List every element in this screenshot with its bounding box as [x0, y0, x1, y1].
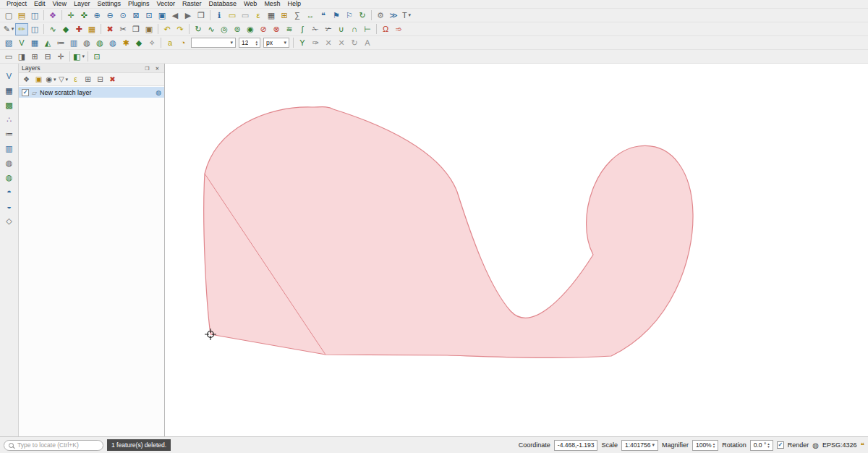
pan-to-selection-button[interactable]: ✜ [77, 9, 90, 22]
add-polygon-feature-button[interactable]: ◆ [59, 23, 72, 35]
add-raster-layer-button[interactable]: ▦ [2, 84, 17, 98]
add-point-cloud-layer-button[interactable]: ∴ [2, 113, 17, 127]
add-postgis-layer-button[interactable]: ▥ [67, 37, 80, 49]
show-bookmarks-button[interactable]: ⚐ [343, 9, 356, 22]
split-parts-button[interactable]: ✃ [322, 23, 335, 35]
add-delimited-text-layer-button[interactable]: ≔ [2, 127, 17, 141]
add-wfs-layer-button[interactable]: ◍ [106, 37, 119, 49]
layer-labeling-button[interactable]: a [163, 37, 176, 49]
add-raster-layer-button[interactable]: ▦ [28, 37, 41, 49]
add-mesh-layer-button[interactable]: ◭ [41, 37, 54, 49]
menu-raster[interactable]: Raster [179, 0, 205, 8]
toggle-editing-button[interactable]: ✏ [15, 23, 28, 35]
simplify-feature-button[interactable]: ∿ [205, 23, 218, 35]
add-postgis-layer-button[interactable]: ▥ [2, 142, 17, 156]
zoom-to-layer-button[interactable]: ▣ [156, 9, 169, 22]
add-delimited-text-layer-button[interactable]: ≔ [54, 37, 67, 49]
add-spatialite-layer-button[interactable]: ◍ [2, 156, 17, 170]
save-project-button[interactable]: ◫ [28, 9, 41, 22]
zoom-out-button[interactable]: ⊖ [103, 9, 116, 22]
filter-by-expression-button[interactable]: ε [69, 74, 82, 85]
redo-button[interactable]: ↷ [174, 23, 187, 35]
highlight-labels-button[interactable]: Y [296, 37, 309, 49]
magnifier-spin[interactable]: 100% ▴ ▾ [692, 440, 718, 451]
map-canvas[interactable] [165, 64, 868, 436]
add-vector-layer-button[interactable]: V [15, 37, 28, 49]
scratch-layer-feature[interactable] [204, 107, 693, 358]
add-part-button[interactable]: ⊚ [231, 23, 244, 35]
menu-web[interactable]: Web [240, 0, 260, 8]
close-panel-button[interactable]: ✕ [153, 64, 161, 72]
fill-ring-button[interactable]: ◉ [244, 23, 257, 35]
add-mesh-layer-button[interactable]: ▩ [2, 98, 17, 112]
collapse-all-button[interactable]: ⊟ [94, 74, 106, 85]
rotate-label-button[interactable]: ↻ [348, 37, 361, 49]
zoom-to-selection-button[interactable]: ⊡ [142, 9, 156, 22]
modify-attributes-button[interactable]: ▦ [85, 23, 98, 35]
pan-map-button[interactable]: ✛ [64, 9, 77, 22]
paste-features-button[interactable]: ▣ [142, 23, 156, 35]
processing-toolbox-button[interactable]: ⚙ [374, 9, 387, 22]
menu-plugins[interactable]: Plugins [124, 0, 153, 8]
move-annotation-button[interactable]: ✛ [54, 51, 67, 63]
rotation-spin[interactable]: 0.0 ° ▴ ▾ [750, 440, 773, 451]
zoom-in-button[interactable]: ⊕ [90, 9, 103, 22]
save-layer-edits-button[interactable]: ◫ [28, 23, 41, 35]
measure-area-button[interactable]: ⊡ [90, 51, 103, 63]
digitize-with-segment-button[interactable]: ∿ [46, 23, 59, 35]
label-units-combo[interactable]: px▾ [263, 38, 289, 48]
scale-combo[interactable]: 1:401756 ▾ [621, 440, 658, 451]
label-size-spin[interactable]: 12▴▾ [239, 38, 260, 48]
add-wms-layer-button[interactable]: ◍ [93, 37, 106, 49]
menu-mesh[interactable]: Mesh [260, 0, 284, 8]
svg-annotation-button[interactable]: ⊟ [41, 51, 54, 63]
text-annotation-button[interactable]: ▭ [2, 51, 15, 63]
move-label-button[interactable]: ✕ [335, 37, 348, 49]
new-shapefile-layer-button[interactable]: ✱ [119, 37, 132, 49]
style-manager-button[interactable]: ❖ [46, 9, 59, 22]
manage-map-themes-button[interactable]: ◉▾ [45, 74, 57, 85]
open-layer-styling-panel-button[interactable]: ❖ [20, 74, 33, 85]
identify-features-button[interactable]: ℹ [213, 9, 226, 22]
label-font-combo[interactable]: ▾ [191, 38, 236, 48]
menu-vector[interactable]: Vector [153, 0, 179, 8]
add-spatialite-layer-button[interactable]: ◍ [80, 37, 93, 49]
add-wms-layer-button[interactable]: ◍ [2, 171, 17, 185]
delete-selected-button[interactable]: ✖ [103, 23, 116, 35]
zoom-native-button[interactable]: ⊙ [116, 9, 129, 22]
menu-layer[interactable]: Layer [70, 0, 94, 8]
add-group-button[interactable]: ▣ [33, 74, 45, 85]
vertex-tool-button[interactable]: ✚ [72, 23, 85, 35]
zoom-last-button[interactable]: ◀ [169, 9, 182, 22]
annotation-dropdown-button[interactable]: T▾ [400, 9, 413, 22]
merge-attributes-button[interactable]: ∩ [348, 23, 361, 35]
messages-icon[interactable]: ❝ [861, 441, 864, 449]
menu-view[interactable]: View [49, 0, 70, 8]
measure-line-button[interactable]: ↔ [304, 9, 317, 22]
python-console-button[interactable]: ≫ [387, 9, 400, 22]
new-scratch-layer-button[interactable]: ✧ [145, 37, 158, 49]
open-data-source-manager-button[interactable]: ▧ [2, 37, 15, 49]
layer-item[interactable]: ✓▱New scratch layer◍ [19, 87, 164, 98]
copy-features-button[interactable]: ❐ [129, 23, 142, 35]
offset-curve-button[interactable]: ≋ [283, 23, 296, 35]
add-ring-button[interactable]: ◎ [218, 23, 231, 35]
delete-part-button[interactable]: ⊗ [270, 23, 283, 35]
menu-database[interactable]: Database [205, 0, 241, 8]
locate-search-input[interactable]: Type to locate (Ctrl+K) [4, 440, 103, 451]
current-edits-button[interactable]: ✎▾ [2, 23, 15, 35]
menu-help[interactable]: Help [284, 0, 305, 8]
layer-visibility-checkbox[interactable]: ✓ [22, 89, 29, 96]
rotate-feature-button[interactable]: ↻ [192, 23, 205, 35]
trim-extend-button[interactable]: ⊢ [361, 23, 374, 35]
filter-legend-button[interactable]: ▽▾ [57, 74, 69, 85]
map-theme-dropdown-button[interactable]: ◧▾ [72, 51, 85, 63]
add-wfs-layer-button[interactable]: ◒ [2, 200, 17, 213]
html-annotation-button[interactable]: ⊞ [28, 51, 41, 63]
reshape-features-button[interactable]: ʃ [296, 23, 309, 35]
zoom-next-button[interactable]: ▶ [182, 9, 195, 22]
select-by-expression-button[interactable]: ε [252, 9, 265, 22]
enable-snapping-button[interactable]: Ω [379, 23, 392, 35]
split-features-button[interactable]: ✁ [309, 23, 322, 35]
select-features-button[interactable]: ▭ [226, 9, 239, 22]
